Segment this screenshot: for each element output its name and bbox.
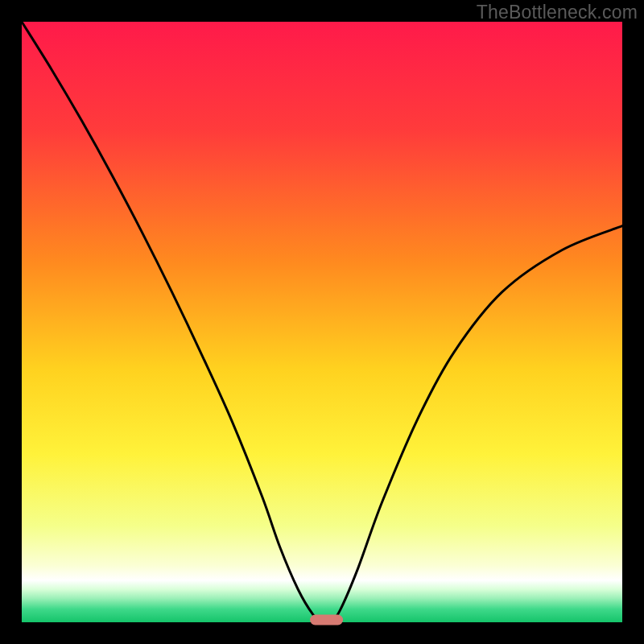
gradient-background <box>22 22 622 622</box>
watermark-text: TheBottleneck.com <box>477 2 638 23</box>
bottleneck-chart <box>0 0 644 644</box>
chart-frame: TheBottleneck.com <box>0 0 644 644</box>
min-marker <box>310 615 343 625</box>
